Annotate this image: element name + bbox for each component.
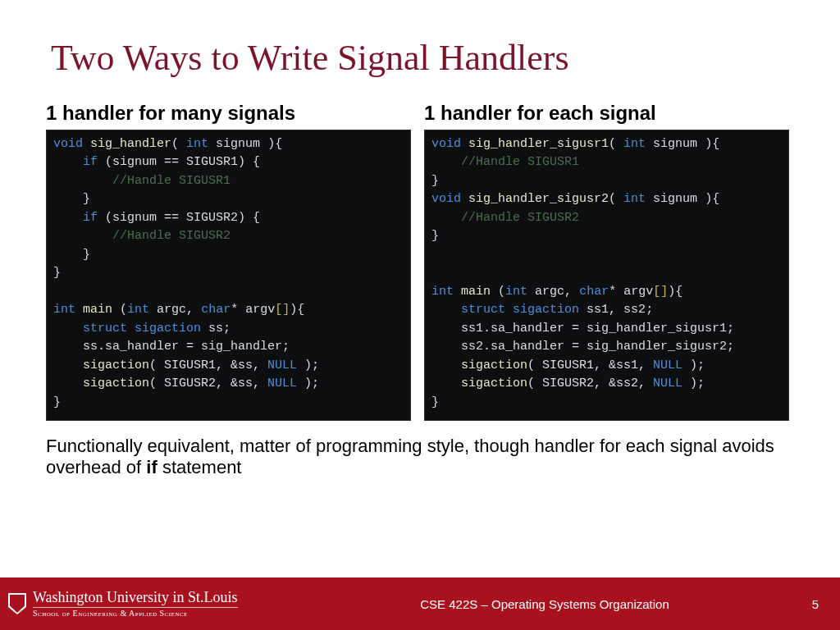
columns: 1 handler for many signals void sig_hand… <box>0 79 840 421</box>
right-column: 1 handler for each signal void sig_handl… <box>424 102 789 421</box>
caption-post: statement <box>158 457 242 477</box>
slide: Two Ways to Write Signal Handlers 1 hand… <box>0 0 840 630</box>
shield-icon <box>8 593 26 614</box>
university-name: Washington University in St.Louis <box>33 590 238 605</box>
left-heading: 1 handler for many signals <box>46 102 411 125</box>
university-school: School of Engineering & Applied Science <box>33 607 238 619</box>
footer-bar: Washington University in St.Louis School… <box>0 578 840 630</box>
caption-bold: if <box>146 457 157 477</box>
slide-title: Two Ways to Write Signal Handlers <box>0 0 840 79</box>
right-code-block: void sig_handler_sigusr1( int signum ){ … <box>424 130 789 422</box>
page-number: 5 <box>786 597 819 611</box>
right-heading: 1 handler for each signal <box>424 102 789 125</box>
university-block: Washington University in St.Louis School… <box>8 590 304 618</box>
left-code-block: void sig_handler( int signum ){ if (sign… <box>46 130 411 422</box>
university-text: Washington University in St.Louis School… <box>33 590 238 618</box>
left-column: 1 handler for many signals void sig_hand… <box>46 102 411 421</box>
caption-text: Functionally equivalent, matter of progr… <box>0 421 840 479</box>
course-label: CSE 422S – Operating Systems Organizatio… <box>304 597 786 611</box>
